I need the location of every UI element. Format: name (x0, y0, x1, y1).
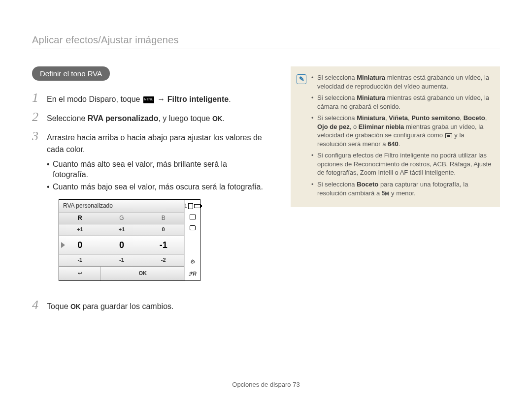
lcd-title: RVA personalizado (59, 200, 184, 213)
step-number: 2 (32, 111, 41, 124)
info-icon: ✎ (297, 74, 306, 84)
af-icon (190, 224, 196, 231)
breadcrumb: Aplicar efectos/Ajustar imágenes (32, 34, 500, 49)
resolution-icon: 5ᴍ (382, 190, 390, 197)
value-grid[interactable]: +1 +1 0 0 0 -1 (59, 224, 184, 266)
info-box: ✎ Si selecciona Miniatura mientras está … (291, 66, 500, 207)
clip-icon (445, 133, 452, 138)
left-column: Definir el tono RVA 1 En el modo Disparo… (32, 66, 264, 318)
lcd-screenshot: RVA personalizado R G B +1 +1 0 (59, 199, 200, 281)
fr-icon: ℱR (189, 271, 196, 278)
gear-icon[interactable]: ⚙ (190, 258, 196, 266)
step-1: 1 En el modo Disparo, toque MENU → Filtr… (32, 92, 264, 105)
tab-r[interactable]: R (59, 213, 101, 224)
note: Si selecciona Miniatura mientras está gr… (311, 93, 492, 111)
note: Si selecciona Boceto para capturar una f… (311, 180, 492, 197)
step-4: 4 Toque OK para guardar los cambios. (32, 299, 264, 312)
tab-g[interactable]: G (101, 213, 143, 224)
step-number: 3 (32, 130, 41, 293)
note: Si selecciona Miniatura mientras está gr… (311, 73, 492, 91)
step-2: 2 Seleccione RVA personalizado, y luego … (32, 111, 264, 124)
section-pill: Definir el tono RVA (32, 66, 110, 81)
note: Si configura efectos de Filtro inteligen… (311, 151, 492, 177)
menu-icon: MENU (143, 96, 154, 103)
step-number: 4 (32, 299, 41, 312)
page-footer: Opciones de disparo 73 (0, 381, 532, 388)
bullet: Cuanto más alto sea el valor, más brilla… (47, 159, 264, 180)
lcd-sidebar: 1 ⚙ ℱR (185, 200, 200, 281)
ok-icon: OK (70, 303, 80, 310)
rgb-tabs: R G B (59, 213, 184, 224)
sd-icon (188, 203, 193, 210)
step-3: 3 Arrastre hacia arriba o hacia abajo pa… (32, 130, 264, 293)
rect-icon (190, 214, 196, 220)
step-number: 1 (32, 92, 41, 105)
tab-b[interactable]: B (142, 213, 184, 224)
bullet: Cuanto más bajo sea el valor, más oscura… (47, 182, 264, 192)
play-icon (61, 242, 65, 248)
ok-button[interactable]: OK (101, 267, 184, 280)
battery-icon (194, 203, 201, 210)
back-button[interactable]: ↩ (59, 267, 101, 280)
ok-icon: OK (212, 115, 222, 123)
note: Si selecciona Miniatura, Viñeta, Punto s… (311, 114, 492, 148)
